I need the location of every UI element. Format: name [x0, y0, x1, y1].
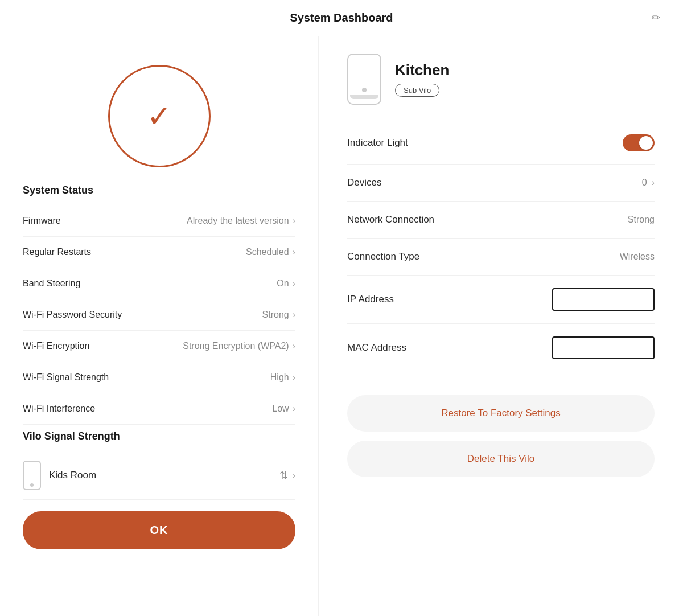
- delete-vilo-button[interactable]: Delete This Vilo: [347, 441, 655, 477]
- wifi-encryption-chevron: ›: [293, 341, 295, 351]
- indicator-light-toggle[interactable]: [623, 134, 655, 151]
- wifi-interference-value-group: Low ›: [272, 404, 295, 414]
- devices-label: Devices: [347, 177, 381, 188]
- header: System Dashboard ✏: [0, 0, 683, 36]
- mac-address-label: MAC Address: [347, 342, 406, 354]
- action-buttons: Restore To Factory Settings Delete This …: [347, 395, 655, 477]
- ip-address-label: IP Address: [347, 294, 394, 305]
- wifi-password-row[interactable]: Wi-Fi Password Security Strong ›: [23, 299, 295, 331]
- wifi-interference-chevron: ›: [293, 404, 295, 414]
- vilo-signal-icon: ⇅: [279, 469, 288, 482]
- indicator-light-label: Indicator Light: [347, 137, 408, 149]
- wifi-password-value: Strong: [262, 310, 289, 320]
- ok-button[interactable]: OK: [23, 511, 295, 549]
- vilo-device-info: Kids Room: [23, 461, 96, 490]
- edit-icon[interactable]: ✏: [652, 11, 660, 24]
- vilo-device-name: Kids Room: [49, 470, 96, 481]
- devices-chevron: ›: [652, 178, 655, 188]
- ip-address-row: IP Address: [347, 276, 655, 324]
- wifi-interference-value: Low: [272, 404, 289, 414]
- band-steering-value: On: [277, 278, 289, 289]
- wifi-interference-row[interactable]: Wi-Fi Interference Low ›: [23, 393, 295, 425]
- status-circle: ✓: [108, 65, 211, 167]
- wifi-password-label: Wi-Fi Password Security: [23, 310, 122, 320]
- wifi-encryption-label: Wi-Fi Encryption: [23, 341, 89, 351]
- band-steering-label: Band Steering: [23, 278, 80, 289]
- vilo-device-icon: [23, 461, 41, 490]
- network-connection-row: Network Connection Strong: [347, 202, 655, 239]
- vilo-kids-room-row[interactable]: Kids Room ⇅ ›: [23, 451, 295, 500]
- firmware-label: Firmware: [23, 216, 61, 226]
- vilo-signal-section: Vilo Signal Strength Kids Room ⇅ ›: [23, 430, 295, 500]
- check-icon: ✓: [147, 101, 172, 131]
- band-steering-row[interactable]: Band Steering On ›: [23, 268, 295, 299]
- regular-restarts-value-group: Scheduled ›: [246, 247, 295, 257]
- ip-address-input[interactable]: [552, 288, 655, 311]
- device-header: Kitchen Sub Vilo: [347, 54, 655, 105]
- wifi-signal-label: Wi-Fi Signal Strength: [23, 372, 109, 383]
- vilo-dot: [30, 483, 34, 487]
- devices-row[interactable]: Devices 0 ›: [347, 165, 655, 202]
- regular-restarts-label: Regular Restarts: [23, 247, 91, 257]
- wifi-interference-label: Wi-Fi Interference: [23, 404, 95, 414]
- connection-type-row: Connection Type Wireless: [347, 239, 655, 276]
- firmware-value-group: Already the latest version ›: [187, 216, 295, 226]
- network-connection-label: Network Connection: [347, 214, 434, 225]
- restore-factory-button[interactable]: Restore To Factory Settings: [347, 395, 655, 432]
- wifi-encryption-value-group: Strong Encryption (WPA2) ›: [183, 341, 295, 351]
- mac-address-row: MAC Address: [347, 324, 655, 372]
- connection-type-label: Connection Type: [347, 251, 419, 262]
- wifi-password-value-group: Strong ›: [262, 310, 295, 320]
- band-steering-value-group: On ›: [277, 278, 295, 289]
- wifi-signal-chevron: ›: [293, 372, 295, 383]
- wifi-password-chevron: ›: [293, 310, 295, 320]
- wifi-encryption-row[interactable]: Wi-Fi Encryption Strong Encryption (WPA2…: [23, 331, 295, 362]
- band-steering-chevron: ›: [293, 278, 295, 289]
- toggle-knob: [639, 136, 653, 150]
- left-panel: ✓ System Status Firmware Already the lat…: [0, 36, 319, 616]
- system-status-title: System Status: [23, 184, 295, 196]
- vilo-right: ⇅ ›: [279, 469, 295, 482]
- vilo-signal-title: Vilo Signal Strength: [23, 430, 295, 442]
- right-panel: Kitchen Sub Vilo Indicator Light Devices…: [319, 36, 683, 616]
- wifi-signal-value: High: [270, 372, 289, 383]
- device-indicator-dot: [362, 88, 367, 92]
- firmware-value: Already the latest version: [187, 216, 289, 226]
- connection-type-value: Wireless: [620, 252, 655, 262]
- devices-row-end: 0 ›: [642, 178, 655, 188]
- regular-restarts-row[interactable]: Regular Restarts Scheduled ›: [23, 237, 295, 268]
- indicator-light-row: Indicator Light: [347, 122, 655, 165]
- firmware-row[interactable]: Firmware Already the latest version ›: [23, 206, 295, 237]
- main-content: ✓ System Status Firmware Already the lat…: [0, 36, 683, 616]
- network-connection-value: Strong: [628, 215, 655, 225]
- device-info: Kitchen Sub Vilo: [395, 61, 449, 97]
- device-name: Kitchen: [395, 61, 449, 79]
- device-badge: Sub Vilo: [395, 84, 439, 97]
- wifi-signal-value-group: High ›: [270, 372, 295, 383]
- vilo-chevron: ›: [293, 470, 295, 481]
- wifi-encryption-value: Strong Encryption (WPA2): [183, 341, 289, 351]
- regular-restarts-value: Scheduled: [246, 247, 289, 257]
- mac-address-input[interactable]: [552, 336, 655, 359]
- device-icon: [347, 54, 381, 105]
- device-base: [350, 95, 378, 99]
- status-circle-container: ✓: [23, 48, 295, 184]
- page-title: System Dashboard: [290, 11, 393, 24]
- devices-count: 0: [642, 178, 647, 188]
- firmware-chevron: ›: [293, 216, 295, 226]
- wifi-signal-row[interactable]: Wi-Fi Signal Strength High ›: [23, 362, 295, 393]
- regular-restarts-chevron: ›: [293, 247, 295, 257]
